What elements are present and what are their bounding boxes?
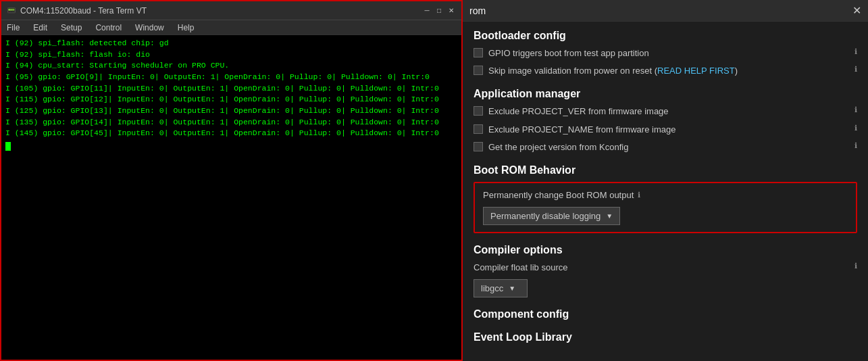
- boot-rom-item: Permanently change Boot ROM output ℹ: [483, 190, 848, 200]
- dropdown-arrow-icon: ▼: [606, 212, 613, 220]
- app-manager-info-icon-3[interactable]: ℹ: [854, 141, 857, 150]
- minimize-button[interactable]: ─: [422, 6, 432, 16]
- terminal-line: I (92) spi_flash: detected chip: gd: [5, 38, 457, 49]
- app-manager-checkbox-2[interactable]: [474, 124, 483, 134]
- app-manager-checkbox-3[interactable]: [474, 142, 483, 151]
- app-manager-item-3: Get the project version from Kconfig ℹ: [474, 141, 857, 153]
- app-manager-info-icon-1[interactable]: ℹ: [854, 105, 857, 114]
- close-button[interactable]: ✕: [446, 6, 456, 16]
- config-content: Bootloader config GPIO triggers boot fro…: [463, 22, 868, 361]
- search-bar: ✕: [463, 0, 868, 22]
- window-title: COM4:115200baud - Tera Term VT: [20, 6, 147, 16]
- app-manager-info-icon-2[interactable]: ℹ: [854, 124, 857, 133]
- terminal-line: I (125) gpio: GPIO[13]| InputEn: 0| Outp…: [5, 105, 457, 117]
- titlebar: 📟 COM4:115200baud - Tera Term VT ─ □ ✕: [1, 1, 461, 20]
- bootloader-label-2: Skip image validation from power on rese…: [488, 65, 849, 77]
- read-help-link[interactable]: READ HELP FIRST: [657, 66, 735, 76]
- terminal-line: I (145) gpio: GPIO[45]| InputEn: 0| Outp…: [5, 128, 457, 139]
- window-controls: ─ □ ✕: [422, 6, 456, 16]
- menubar: File Edit Setup Control Window Help: [1, 20, 461, 35]
- app-manager-checkbox-1[interactable]: [474, 106, 483, 116]
- bootloader-label-1: GPIO triggers boot from test app partiti…: [488, 47, 849, 59]
- app-manager-label-3: Get the project version from Kconfig: [488, 141, 849, 153]
- compiler-float-item: Compiler float lib source ℹ: [474, 262, 857, 274]
- app-manager-item-2: Exclude PROJECT_NAME from firmware image…: [474, 124, 857, 136]
- menu-control[interactable]: Control: [93, 22, 124, 34]
- event-loop-section-title: Event Loop Library: [474, 331, 857, 343]
- bootloader-info-icon-2[interactable]: ℹ: [854, 65, 857, 74]
- menu-help[interactable]: Help: [175, 22, 197, 34]
- search-input[interactable]: [469, 5, 852, 16]
- app-manager-section-title: Application manager: [474, 88, 857, 100]
- libgcc-dropdown[interactable]: libgcc ▼: [474, 279, 528, 297]
- search-clear-button[interactable]: ✕: [852, 4, 861, 17]
- bootloader-checkbox-1[interactable]: [474, 48, 483, 57]
- menu-setup[interactable]: Setup: [58, 22, 84, 34]
- terminal-line: I (135) gpio: GPIO[14]| InputEn: 0| Outp…: [5, 117, 457, 128]
- bootloader-checkbox-2[interactable]: [474, 66, 483, 75]
- component-section-title: Component config: [474, 308, 857, 320]
- bootloader-item-2: Skip image validation from power on rese…: [474, 65, 857, 77]
- boot-rom-section: Permanently change Boot ROM output ℹ Per…: [474, 182, 857, 233]
- boot-rom-label: Permanently change Boot ROM output: [483, 190, 634, 200]
- maximize-button[interactable]: □: [434, 6, 444, 16]
- libgcc-arrow-icon: ▼: [509, 285, 515, 292]
- boot-rom-section-title: Boot ROM Behavior: [474, 164, 857, 176]
- terminal-output: I (92) spi_flash: detected chip: gd I (9…: [1, 35, 461, 360]
- app-manager-label-1: Exclude PROJECT_VER from firmware image: [488, 105, 849, 118]
- terminal-line: I (115) gpio: GPIO[12]| InputEn: 0| Outp…: [5, 94, 457, 105]
- boot-rom-dropdown[interactable]: Permanently disable logging ▼: [483, 207, 620, 225]
- terminal-line: I (105) gpio: GPIO[11]| InputEn: 0| Outp…: [5, 83, 457, 95]
- compiler-section-title: Compiler options: [474, 244, 857, 256]
- app-icon: 📟: [7, 6, 16, 15]
- menu-edit[interactable]: Edit: [30, 22, 50, 34]
- config-panel: ✕ Bootloader config GPIO triggers boot f…: [463, 0, 868, 361]
- terminal-line: I (95) gpio: GPIO[9]| InputEn: 0| Output…: [5, 72, 457, 83]
- compiler-info-icon[interactable]: ℹ: [854, 262, 857, 270]
- bootloader-item-1: GPIO triggers boot from test app partiti…: [474, 47, 857, 59]
- terminal-line: I (92) spi_flash: flash io: dio: [5, 49, 457, 61]
- tera-term-window: 📟 COM4:115200baud - Tera Term VT ─ □ ✕ F…: [0, 0, 463, 361]
- boot-rom-info-icon[interactable]: ℹ: [638, 191, 640, 199]
- boot-rom-dropdown-value: Permanently disable logging: [490, 211, 601, 221]
- compiler-float-label: Compiler float lib source: [474, 262, 849, 274]
- bootloader-info-icon-1[interactable]: ℹ: [854, 47, 857, 56]
- bootloader-section-title: Bootloader config: [474, 30, 857, 42]
- libgcc-value: libgcc: [481, 283, 503, 293]
- menu-file[interactable]: File: [4, 22, 22, 34]
- title-area: 📟 COM4:115200baud - Tera Term VT: [7, 6, 147, 16]
- terminal-line: I (94) cpu_start: Starting scheduler on …: [5, 60, 457, 72]
- app-manager-label-2: Exclude PROJECT_NAME from firmware image: [488, 124, 849, 136]
- terminal-cursor-line: [5, 139, 457, 151]
- menu-window[interactable]: Window: [132, 22, 167, 34]
- app-manager-item-1: Exclude PROJECT_VER from firmware image …: [474, 105, 857, 118]
